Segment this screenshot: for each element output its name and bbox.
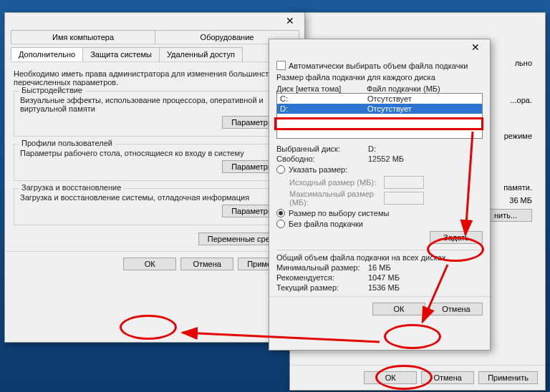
col-drive: Диск [метка тома] xyxy=(276,84,367,93)
min-size-label: Минимальный размер: xyxy=(276,263,368,272)
startup-desc: Загрузка и восстановление системы, отлад… xyxy=(20,193,289,202)
radio-no-paging[interactable]: Без файла подкачки xyxy=(276,220,483,228)
group-title: Профили пользователей xyxy=(19,139,115,147)
ok-button[interactable]: ОК xyxy=(372,303,425,315)
drive-cell: C: xyxy=(280,94,367,103)
initial-size-input xyxy=(384,176,424,189)
maximum-size-label: Максимальный размер (МБ): xyxy=(289,190,384,207)
radio-icon xyxy=(276,209,285,217)
recommended-value: 1047 МБ xyxy=(368,273,400,282)
drive-row-d[interactable]: D: Отсутствует xyxy=(277,104,482,114)
text-fragment: 36 МБ xyxy=(509,196,532,205)
free-space-label: Свободно: xyxy=(276,155,368,163)
system-properties-window: ✕ Имя компьютера Оборудование Дополнител… xyxy=(4,12,305,343)
free-space-value: 12552 МБ xyxy=(368,155,404,163)
virtual-memory-dialog: ✕ Автоматически выбирать объем файла под… xyxy=(269,39,491,351)
cancel-button[interactable]: Отмена xyxy=(430,303,483,315)
selected-drive-label: Выбранный диск: xyxy=(276,144,368,153)
set-button[interactable]: Задать xyxy=(430,231,483,244)
auto-manage-checkbox[interactable]: Автоматически выбирать объем файла подка… xyxy=(276,61,483,70)
drive-list[interactable]: C: Отсутствует D: Отсутствует xyxy=(276,93,483,139)
tab-computer-name[interactable]: Имя компьютера xyxy=(11,30,155,44)
group-title: Быстродействие xyxy=(19,86,85,94)
pagefile-cell: Отсутствует xyxy=(367,94,412,103)
drive-row-c[interactable]: C: Отсутствует xyxy=(277,94,482,104)
drive-list-header: Диск [метка тома] Файл подкачки (МБ) xyxy=(276,84,483,93)
ok-button[interactable]: ОК xyxy=(364,371,417,384)
startup-group: Загрузка и восстановление Загрузка и вос… xyxy=(14,188,296,225)
text-fragment: режиме xyxy=(504,132,532,140)
radio-label: Без файла подкачки xyxy=(289,220,363,228)
tab-row-1: Имя компьютера Оборудование xyxy=(11,30,299,44)
ok-button[interactable]: ОК xyxy=(123,258,176,270)
tab-system-protection[interactable]: Защита системы xyxy=(82,47,160,62)
text-fragment: памяти. xyxy=(503,183,532,192)
radio-custom-size[interactable]: Указать размер: xyxy=(276,165,483,174)
pagefile-cell: Отсутствует xyxy=(367,104,412,113)
titlebar: ✕ xyxy=(269,39,490,57)
drive-cell: D: xyxy=(280,104,367,113)
list-title: Размер файла подкачки для каждого диска xyxy=(276,73,483,82)
radio-icon xyxy=(276,220,285,228)
intro-text: Необходимо иметь права администратора дл… xyxy=(14,69,296,87)
auto-manage-label: Автоматически выбирать объем файла подка… xyxy=(289,62,468,70)
cancel-button[interactable]: Отмена xyxy=(421,371,474,384)
performance-desc: Визуальные эффекты, использование процес… xyxy=(20,96,289,113)
initial-size-label: Исходный размер (МБ): xyxy=(289,178,384,187)
selected-drive-value: D: xyxy=(368,144,376,153)
profiles-desc: Параметры рабочего стола, относящиеся ко… xyxy=(20,149,289,157)
apply-button[interactable]: Применить xyxy=(478,371,538,384)
titlebar xyxy=(290,13,545,30)
radio-label: Размер по выбору системы xyxy=(289,209,389,217)
group-title: Загрузка и восстановление xyxy=(19,183,124,192)
close-icon[interactable]: ✕ xyxy=(279,14,301,27)
titlebar: ✕ xyxy=(5,13,304,30)
min-size-value: 16 МБ xyxy=(368,263,391,272)
tab-row-2: Дополнительно Защита системы Удаленный д… xyxy=(11,47,299,62)
recommended-label: Рекомендуется: xyxy=(276,273,368,282)
profiles-group: Профили пользователей Параметры рабочего… xyxy=(14,144,296,181)
tab-advanced[interactable]: Дополнительно xyxy=(11,47,83,62)
tab-remote[interactable]: Удаленный доступ xyxy=(159,47,243,62)
radio-system-managed[interactable]: Размер по выбору системы xyxy=(276,209,483,217)
current-size-label: Текущий размер: xyxy=(276,283,368,292)
radio-icon xyxy=(276,165,285,174)
close-icon[interactable]: ✕ xyxy=(464,41,487,54)
total-title: Общий объем файла подкачки на всех диска… xyxy=(276,253,483,262)
col-file: Файл подкачки (МБ) xyxy=(367,84,440,93)
radio-label: Указать размер: xyxy=(289,165,347,174)
current-size-value: 1536 МБ xyxy=(368,283,400,292)
maximum-size-input xyxy=(384,192,424,205)
cancel-button[interactable]: Отмена xyxy=(180,258,233,270)
performance-group: Быстродействие Визуальные эффекты, испол… xyxy=(14,91,296,137)
checkbox-box[interactable] xyxy=(276,61,286,70)
